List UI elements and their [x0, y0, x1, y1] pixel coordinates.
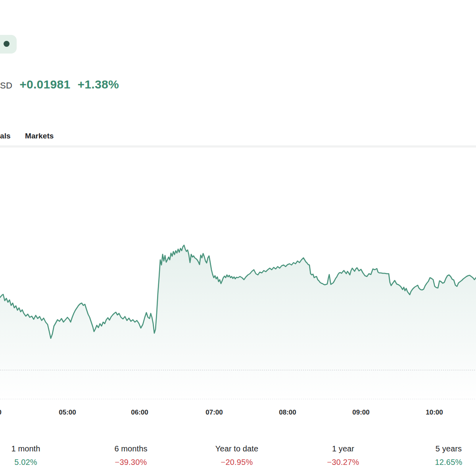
performance-stat[interactable]: 5 years 12.65%: [405, 444, 476, 467]
performance-stat-label: 1 year: [299, 444, 387, 453]
x-axis-labels: 04:00 05:00 06:00 07:00 08:00 09:00 10:0…: [0, 409, 476, 417]
x-axis-tick-label: 09:00: [352, 409, 369, 416]
currency-label-fragment: SD: [0, 81, 12, 91]
x-axis-tick-label: 10:00: [426, 409, 443, 416]
performance-stat[interactable]: 1 month 5.02%: [0, 444, 69, 467]
price-area-fill: [0, 245, 476, 402]
price-change-percent: +1.38%: [78, 78, 119, 91]
performance-stat-label: Year to date: [193, 444, 280, 453]
performance-stat-value: −39.30%: [87, 458, 175, 467]
performance-stat-label: 1 month: [0, 444, 69, 453]
stock-quote-page: SD +0.01981 +1.38% als Markets 04:00 05:…: [0, 0, 476, 476]
performance-stat-value: −20.95%: [193, 458, 280, 467]
price-change-row: SD +0.01981 +1.38%: [0, 78, 119, 91]
performance-stat-value: 12.65%: [405, 458, 476, 467]
tab-markets[interactable]: Markets: [25, 132, 54, 140]
x-axis-tick-label: 08:00: [279, 409, 296, 416]
x-axis-tick-label: 06:00: [131, 409, 148, 416]
performance-stat[interactable]: Year to date −20.95%: [193, 444, 280, 467]
x-axis-tick-label: 04:00: [0, 409, 2, 416]
tab-divider: [0, 146, 476, 148]
status-dot-icon: [4, 41, 10, 47]
performance-stat-value: 5.02%: [0, 458, 69, 467]
price-change-absolute: +0.01981: [19, 78, 70, 91]
performance-stat-label: 5 years: [405, 444, 476, 453]
status-badge: [0, 35, 17, 54]
x-axis-tick-label: 05:00: [59, 409, 76, 416]
performance-stat[interactable]: 1 year −30.27%: [299, 444, 387, 467]
price-chart[interactable]: [0, 148, 476, 402]
x-axis-tick-label: 07:00: [205, 409, 223, 416]
performance-stat-value: −30.27%: [299, 458, 387, 467]
performance-stat[interactable]: 6 months −39.30%: [87, 444, 175, 467]
performance-stats-row: 1 month 5.02% 6 months −39.30% Year to d…: [0, 444, 476, 476]
tab-financials-fragment[interactable]: als: [0, 132, 11, 140]
performance-stat-label: 6 months: [87, 444, 175, 453]
